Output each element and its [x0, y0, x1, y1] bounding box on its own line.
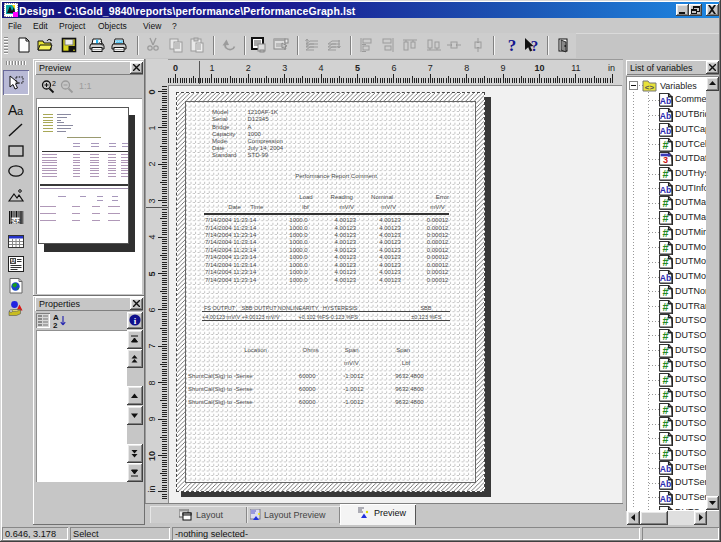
- svg-text:#: #: [662, 168, 668, 180]
- svg-text:2: 2: [53, 321, 58, 329]
- svg-text:Ab: Ab: [660, 464, 671, 474]
- svg-text:#: #: [662, 360, 668, 372]
- svg-text:#: #: [662, 227, 668, 239]
- svg-text:A: A: [11, 258, 15, 264]
- svg-text:#: #: [662, 419, 668, 431]
- svg-text:Ab: Ab: [660, 111, 671, 121]
- svg-text:<>: <>: [645, 83, 655, 92]
- svg-text:#: #: [662, 242, 668, 254]
- svg-text:Ab: Ab: [660, 96, 671, 106]
- svg-text:#: #: [662, 257, 668, 269]
- svg-text:#: #: [662, 345, 668, 357]
- svg-text:#: #: [662, 389, 668, 401]
- svg-text:Ab: Ab: [660, 185, 671, 195]
- svg-text:#: #: [662, 448, 668, 460]
- svg-text:1:1: 1:1: [79, 81, 92, 91]
- svg-text:#: #: [662, 374, 668, 386]
- svg-text:#: #: [662, 433, 668, 445]
- svg-text:2: 2: [52, 80, 56, 87]
- svg-text:Ab: Ab: [660, 508, 671, 510]
- svg-text:#: #: [662, 139, 668, 151]
- svg-text:?: ?: [508, 37, 517, 53]
- svg-text:#: #: [662, 330, 668, 342]
- svg-text:242: 242: [10, 218, 21, 224]
- svg-text:Ab: Ab: [660, 273, 671, 283]
- svg-text:a: a: [17, 105, 24, 117]
- svg-text:#: #: [662, 316, 668, 328]
- svg-text:#: #: [662, 198, 668, 210]
- svg-text:Ab: Ab: [660, 479, 671, 489]
- svg-text:Ab: Ab: [660, 126, 671, 136]
- svg-text:#: #: [662, 286, 668, 298]
- svg-text:Ab: Ab: [660, 494, 671, 504]
- svg-text:#: #: [662, 212, 668, 224]
- svg-text:#: #: [662, 301, 668, 313]
- svg-text:#: #: [662, 404, 668, 416]
